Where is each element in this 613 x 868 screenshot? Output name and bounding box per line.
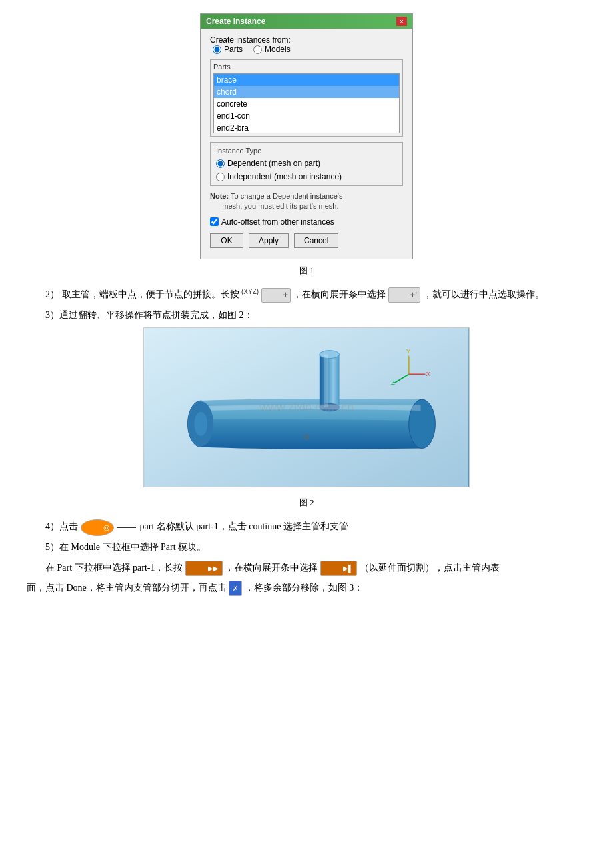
svg-point-3 <box>320 351 340 359</box>
para2-mid: ，在横向展开条中选择 <box>293 289 386 299</box>
extrude-cut-icon: ▶▌ <box>320 561 357 576</box>
para4-end: part 名称默认 part-1，点击 continue 选择主管和支管 <box>140 521 348 531</box>
dependent-radio[interactable] <box>216 159 225 168</box>
pipe-3d-svg: Y X Z <box>144 328 469 487</box>
ok-button[interactable]: OK <box>210 233 243 248</box>
note-content: To change a Dependent instance's mesh, y… <box>210 192 342 210</box>
xyz-label: (XYZ) <box>241 288 259 295</box>
para2-end: ，就可以进行中点选取操作。 <box>423 289 544 299</box>
watermark-container: Y X Z www.zixin.com.cn <box>143 327 470 487</box>
svg-point-6 <box>194 412 207 436</box>
para2-text: 2） 取主管，端板中点，便于节点的拼接。长按 (XYZ) ✛ ，在横向展开条中选… <box>27 286 586 303</box>
para6-mid: ，在横向展开条中选择 <box>225 563 318 573</box>
para6-end: （以延伸面切割），点击主管内表 <box>360 563 500 573</box>
list-item-brace[interactable]: brace <box>214 74 399 86</box>
models-radio-label: Models <box>265 45 291 54</box>
para7-text: 面，点击 Done，将主管内支管部分切开，再点击 ✗ ，将多余部分移除，如图 3… <box>27 579 586 597</box>
list-item-chord[interactable]: chord <box>214 86 399 98</box>
para4-line <box>117 527 136 528</box>
svg-text:Y: Y <box>406 347 411 355</box>
para5-text: 5）在 Module 下拉框中选择 Part 模块。 <box>27 539 586 557</box>
parts-radio-item[interactable]: Parts <box>213 45 243 54</box>
figure2-container: Y X Z www.zixin.com.cn <box>27 327 586 487</box>
note-text: Note: To change a Dependent instance's m… <box>210 191 403 212</box>
instance-type-label: Instance Type <box>216 147 397 155</box>
independent-radio[interactable] <box>216 173 225 181</box>
cancel-button[interactable]: Cancel <box>294 233 338 248</box>
dialog-body: Create instances from: Parts Models Part… <box>201 29 412 259</box>
create-from-row: Create instances from: Parts Models <box>210 35 403 54</box>
para4-start: 4）点击 <box>45 521 78 531</box>
note-label: Note: <box>210 192 229 200</box>
create-from-label: Create instances from: <box>210 35 291 45</box>
create-instance-dialog: Create Instance × Create instances from:… <box>200 13 413 259</box>
independent-radio-item[interactable]: Independent (mesh on instance) <box>216 172 397 181</box>
list-item-end1con[interactable]: end1-con <box>214 110 399 122</box>
list-item-concrete[interactable]: concrete <box>214 98 399 110</box>
models-radio[interactable] <box>253 45 262 54</box>
para6-text: 在 Part 下拉框中选择 part-1，长按 ▶▶ ，在横向展开条中选择 ▶▌… <box>27 559 586 577</box>
figure2-box: Y X Z www.zixin.com.cn <box>143 327 470 487</box>
parts-radio[interactable] <box>213 45 221 54</box>
move-icon: ✛ <box>261 288 291 303</box>
list-item-end2bra[interactable]: end2-bra <box>214 122 399 133</box>
independent-label: Independent (mesh on instance) <box>227 172 342 181</box>
dialog-buttons: OK Apply Cancel <box>210 233 403 252</box>
parts-group-label: Parts <box>213 63 400 71</box>
dialog-title: Create Instance <box>206 17 265 26</box>
dialog-container: Create Instance × Create instances from:… <box>27 13 586 259</box>
parts-radio-label: Parts <box>224 45 243 54</box>
parts-listbox[interactable]: brace chord concrete end1-con end2-bra <box>213 73 400 133</box>
auto-offset-label: Auto-offset from other instances <box>221 217 334 227</box>
para4-text: 4）点击 ◎ part 名称默认 part-1，点击 continue 选择主管… <box>27 518 586 536</box>
figure2-caption: 图 2 <box>27 497 586 509</box>
para7-end: ，将多余部分移除，如图 3： <box>245 583 364 593</box>
apply-button[interactable]: Apply <box>249 233 289 248</box>
select-icon: ✛+ <box>388 287 421 303</box>
parts-group: Parts brace chord concrete end1-con end2… <box>210 59 403 137</box>
auto-offset-row: Auto-offset from other instances <box>210 217 403 227</box>
svg-text:X: X <box>426 371 430 378</box>
cut-icon: ▶▶ <box>185 561 223 576</box>
create-from-radio-group: Parts Models <box>213 45 403 54</box>
para2-start: 2） 取主管，端板中点，便于节点的拼接。长按 <box>45 289 239 299</box>
instance-type-group: Instance Type Dependent (mesh on part) I… <box>210 142 403 186</box>
dependent-label: Dependent (mesh on part) <box>227 159 320 168</box>
auto-offset-checkbox[interactable] <box>210 217 219 226</box>
para7-start: 面，点击 Done，将主管内支管部分切开，再点击 <box>27 583 227 593</box>
part-icon: ◎ <box>81 519 114 536</box>
para6-start: 在 Part 下拉框中选择 part-1，长按 <box>45 563 183 573</box>
dialog-titlebar: Create Instance × <box>201 14 412 29</box>
remove-icon: ✗ <box>229 581 242 596</box>
figure1-caption: 图 1 <box>27 265 586 277</box>
para3-text: 3）通过翻转、平移操作将节点拼装完成，如图 2： <box>27 307 586 323</box>
svg-point-17 <box>306 437 308 439</box>
dependent-radio-item[interactable]: Dependent (mesh on part) <box>216 159 397 168</box>
dialog-close-button[interactable]: × <box>396 17 407 26</box>
models-radio-item[interactable]: Models <box>253 45 291 54</box>
